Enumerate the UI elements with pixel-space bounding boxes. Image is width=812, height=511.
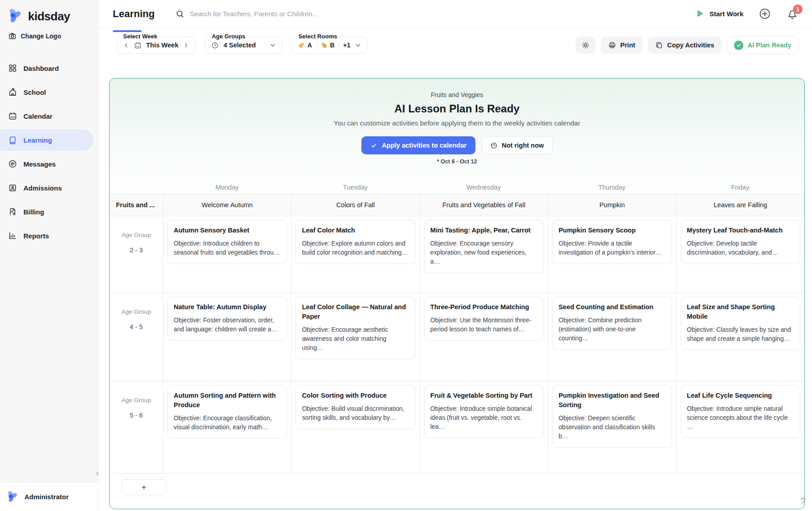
age-groups-selector[interactable]: Age Groups 4 Selected [205,37,282,54]
ai-plan-ready-badge[interactable]: AI Plan Ready [727,36,798,54]
room-b-label: B [330,42,335,49]
sidebar-item-dashboard[interactable]: Dashboard [0,57,93,79]
clock-icon [490,142,498,149]
sidebar-item-label: School [23,88,46,96]
activity-card[interactable]: Mystery Leaf Touch-and-Match Objective: … [681,220,800,264]
rooms-more-count: +1 [343,42,351,49]
activity-cell: Leaf Color Collage — Natural and Paper O… [291,293,419,381]
activity-cell: Autumn Sorting and Pattern with Produce … [163,381,291,473]
day-theme: Welcome Autumn [163,194,291,216]
dashboard-icon [8,64,17,73]
room-a: A [298,42,312,49]
sidebar-item-messages[interactable]: Messages [0,153,93,175]
sidebar-item-reports[interactable]: Reports [0,225,93,246]
clock-icon [211,42,219,49]
activity-objective: Objective: Use the Montessori three-peri… [430,316,537,334]
activity-title: Mystery Leaf Touch-and-Match [687,226,794,235]
day-header-thursday: Thursday [548,184,676,191]
rooms-selector[interactable]: Select Rooms A [291,37,367,54]
activity-card[interactable]: Color Sorting with Produce Objective: Bu… [295,385,415,429]
day-theme: Pumpkin [548,194,676,216]
activity-card[interactable]: Pumpkin Sensory Scoop Objective: Provide… [552,220,672,264]
sidebar-item-learning[interactable]: Learning [0,129,93,151]
chevron-left-icon[interactable] [123,42,129,49]
activity-objective: Objective: Provide a tactile investigati… [558,239,665,257]
settings-button[interactable] [576,37,595,54]
activity-card[interactable]: Three-Period Produce Matching Objective:… [424,297,544,341]
activity-objective: Objective: Introduce simple natural scie… [687,404,794,432]
activity-card[interactable]: Autumn Sorting and Pattern with Produce … [167,385,287,439]
add-button[interactable] [759,8,771,20]
plan-hero: Fruits and Veggies AI Lesson Plan Is Rea… [110,79,804,165]
age-groups-value: 4 Selected [223,42,256,49]
chevron-right-icon[interactable] [183,42,189,49]
sidebar-item-admissions[interactable]: Admissions [0,177,93,199]
camera-icon [8,32,17,40]
activity-card[interactable]: Leaf Size and Shape Sorting Mobile Objec… [681,297,800,350]
activity-cell: Mystery Leaf Touch-and-Match Objective: … [676,216,804,293]
check-circle-icon [734,41,743,50]
age-group-label: Age Group [121,308,151,315]
activity-card[interactable]: Leaf Life Cycle Sequencing Objective: In… [681,385,800,438]
sidebar-item-label: Dashboard [23,65,59,72]
activity-cell: Pumpkin Investigation and Seed Sorting O… [548,381,676,473]
print-button[interactable]: Print [601,37,642,54]
activity-card[interactable]: Leaf Color Match Objective: Explore autu… [295,220,415,264]
activity-card[interactable]: Nature Table: Autumn Display Objective: … [167,297,287,341]
chevron-down-icon [269,42,276,49]
activity-objective: Objective: Classify leaves by size and s… [687,325,794,344]
activity-card[interactable]: Pumpkin Investigation and Seed Sorting O… [552,385,672,448]
chevron-down-icon [355,42,361,49]
activity-cell: Leaf Size and Shape Sorting Mobile Objec… [676,293,804,381]
day-theme: Colors of Fall [291,194,419,216]
activity-objective: Objective: Foster observation, order, an… [174,316,281,334]
svg-text:$: $ [13,212,15,216]
activity-card[interactable]: Autumn Sensory Basket Objective: Introdu… [167,220,287,264]
activity-objective: Objective: Explore autumn colors and bui… [302,239,409,257]
activity-card[interactable]: Seed Counting and Estimation Objective: … [552,297,672,350]
activity-objective: Objective: Combine prediction (estimatio… [558,316,665,343]
table-row-age-4-5: Age Group 4 - 5 Nature Table: Autumn Dis… [110,293,804,381]
flower-logo-icon-small [5,490,20,504]
week-selector-value: This Week [146,42,178,49]
not-right-now-button[interactable]: Not right now [482,136,552,154]
sidebar-item-billing[interactable]: $ Billing [0,201,93,223]
divider [316,41,317,50]
copy-activities-label: Copy Activities [667,42,714,49]
notification-badge: 1 [793,5,803,14]
sidebar-item-school[interactable]: School [0,81,93,103]
rooms-selector-label: Select Rooms [296,33,339,40]
activity-card[interactable]: Leaf Color Collage — Natural and Paper O… [295,297,415,359]
activity-objective: Objective: Develop tactile discriminatio… [687,239,794,257]
activity-title: Color Sorting with Produce [302,391,409,400]
age-group-cell: Age Group 4 - 5 [110,293,163,381]
add-row-button[interactable]: + [121,479,166,495]
sidebar-item-label: Billing [23,208,44,216]
divider [339,41,339,50]
app-root: kidsday Change Logo Dashboa [0,0,812,511]
apply-activities-button[interactable]: Apply activities to calendar [361,136,475,154]
copy-activities-button[interactable]: Copy Activities [648,37,721,54]
notifications-button[interactable]: 1 [786,8,798,20]
change-logo-button[interactable]: Change Logo [0,27,98,44]
gear-icon [581,41,590,49]
sidebar-item-calendar[interactable]: Calendar [0,105,93,127]
sidebar-nav: Dashboard School [0,57,98,246]
day-header-monday: Monday [163,184,291,191]
activity-cell: Nature Table: Autumn Display Objective: … [163,293,291,381]
start-work-button[interactable]: Start Work [694,9,743,19]
activity-card[interactable]: Fruit & Vegetable Sorting by Part Object… [424,385,544,438]
user-profile[interactable]: Administrator [0,482,98,511]
active-tab-indicator [113,30,142,32]
day-header-friday: Friday [676,184,804,191]
activity-title: Seed Counting and Estimation [558,302,665,312]
search-input[interactable] [190,10,379,18]
activity-title: Three-Period Produce Matching [430,302,537,312]
plan-subtitle: You can customize activities before appl… [110,119,804,127]
activity-cell: Seed Counting and Estimation Objective: … [548,293,676,381]
week-selector[interactable]: Select Week This Week [116,37,196,54]
help-button[interactable]: ? [800,496,806,506]
sidebar-item-label: Reports [23,232,49,240]
activity-card[interactable]: Mini Tasting: Apple, Pear, Carrot Object… [424,220,544,273]
age-group-value: 2 - 3 [129,246,143,254]
